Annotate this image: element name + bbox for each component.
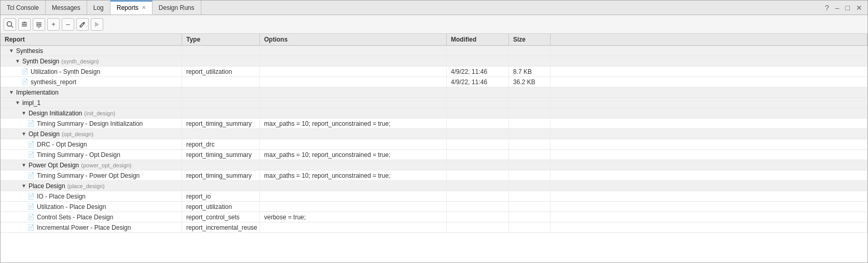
cell-extra: [550, 56, 867, 66]
col-header-extra: [550, 34, 867, 45]
cell-extra: [550, 46, 867, 56]
cell-options: [260, 160, 447, 170]
table-row[interactable]: ▼Opt Design(opt_design): [1, 129, 867, 139]
cell-report-name: ▼Synthesis: [1, 46, 182, 56]
col-header-options: Options: [260, 34, 447, 45]
cell-size: [509, 46, 550, 56]
file-icon: 📄: [27, 193, 35, 200]
expand-all-button[interactable]: [33, 18, 45, 31]
table-row[interactable]: 📄Utilization - Place Designreport_utiliz…: [1, 202, 867, 212]
tab-design-runs[interactable]: Design Runs: [153, 1, 201, 15]
tab-reports-close[interactable]: ✕: [142, 5, 146, 10]
group-sub-label: (place_design): [67, 183, 105, 189]
run-icon: [93, 21, 101, 28]
help-button[interactable]: ?: [823, 3, 831, 13]
collapse-all-button[interactable]: [18, 18, 31, 31]
tab-messages[interactable]: Messages: [46, 1, 87, 15]
cell-options: max_paths = 10; report_unconstrained = t…: [260, 150, 447, 160]
file-icon: 📄: [21, 68, 29, 75]
svg-marker-9: [95, 22, 99, 27]
table-row[interactable]: ▼Synthesis: [1, 46, 867, 56]
file-label: Utilization - Synth Design: [31, 68, 100, 75]
cell-type: [182, 160, 260, 170]
restore-button[interactable]: □: [844, 3, 852, 13]
cell-size: [509, 87, 550, 97]
tab-bar: Tcl Console Messages Log Reports ✕ Desig…: [1, 1, 867, 15]
table-row[interactable]: ▼Design Initialization(init_design): [1, 108, 867, 119]
col-header-size: Size: [509, 34, 550, 45]
table-row[interactable]: 📄synthesis_report4/9/22, 11:4636.2 KB: [1, 77, 867, 87]
table-row[interactable]: 📄Timing Summary - Design Initializationr…: [1, 119, 867, 129]
edit-button[interactable]: [76, 18, 89, 31]
cell-extra: [550, 170, 867, 180]
cell-options: [260, 67, 447, 76]
minimize-button[interactable]: –: [833, 3, 842, 13]
main-window: Tcl Console Messages Log Reports ✕ Desig…: [0, 0, 868, 263]
group-sub-label: (init_design): [84, 110, 115, 116]
cell-extra: [550, 212, 867, 222]
cell-type: [182, 56, 260, 66]
table-row[interactable]: 📄Timing Summary - Opt Designreport_timin…: [1, 150, 867, 160]
expand-icon[interactable]: ▼: [21, 162, 26, 168]
cell-size: [509, 160, 550, 170]
cell-size: [509, 129, 550, 139]
close-button[interactable]: ✕: [854, 3, 864, 13]
cell-report-name: 📄Incremental Power - Place Design: [1, 222, 182, 232]
search-button[interactable]: [4, 18, 16, 31]
cell-options: [260, 181, 447, 191]
expand-icon[interactable]: ▼: [21, 110, 26, 116]
cell-modified: [447, 87, 509, 97]
file-label: Timing Summary - Power Opt Design: [37, 172, 140, 179]
table-row[interactable]: 📄Timing Summary - Power Opt Designreport…: [1, 170, 867, 181]
table-row[interactable]: ▼impl_1: [1, 98, 867, 108]
table-row[interactable]: 📄Control Sets - Place Designreport_contr…: [1, 212, 867, 222]
cell-extra: [550, 202, 867, 212]
cell-type: report_timing_summary: [182, 150, 260, 160]
table-row[interactable]: 📄IO - Place Designreport_io: [1, 191, 867, 202]
cell-modified: [447, 139, 509, 149]
file-label: Timing Summary - Design Initialization: [37, 120, 143, 127]
table-row[interactable]: ▼Synth Design(synth_design): [1, 56, 867, 67]
toolbar: + –: [1, 15, 867, 34]
cell-report-name: ▼Power Opt Design(power_opt_design): [1, 160, 182, 170]
table-row[interactable]: ▼Power Opt Design(power_opt_design): [1, 160, 867, 170]
file-label: Control Sets - Place Design: [37, 214, 113, 221]
run-button[interactable]: [91, 18, 103, 31]
table-row[interactable]: 📄Incremental Power - Place Designreport_…: [1, 222, 867, 233]
cell-report-name: 📄Timing Summary - Design Initialization: [1, 119, 182, 128]
tab-tcl-console[interactable]: Tcl Console: [1, 1, 46, 15]
table-row[interactable]: ▼Place Design(place_design): [1, 181, 867, 191]
remove-button[interactable]: –: [62, 18, 74, 31]
cell-type: [182, 87, 260, 97]
file-label: DRC - Opt Design: [37, 141, 87, 148]
cell-options: [260, 77, 447, 87]
expand-icon[interactable]: ▼: [21, 131, 26, 137]
cell-extra: [550, 181, 867, 191]
cell-extra: [550, 129, 867, 139]
table-row[interactable]: ▼Implementation: [1, 87, 867, 98]
expand-icon[interactable]: ▼: [9, 89, 14, 95]
tab-reports[interactable]: Reports ✕: [111, 1, 153, 15]
expand-icon[interactable]: ▼: [15, 58, 20, 64]
group-label: Implementation: [16, 89, 59, 96]
add-button[interactable]: +: [47, 18, 60, 31]
table-row[interactable]: 📄Utilization - Synth Designreport_utiliz…: [1, 67, 867, 77]
cell-modified: [447, 181, 509, 191]
cell-report-name: ▼Place Design(place_design): [1, 181, 182, 191]
collapse-all-icon: [21, 21, 28, 28]
expand-icon[interactable]: ▼: [15, 100, 20, 106]
file-icon: 📄: [27, 172, 35, 179]
expand-icon[interactable]: ▼: [21, 183, 26, 189]
column-headers: Report Type Options Modified Size: [1, 34, 867, 46]
tab-log[interactable]: Log: [87, 1, 111, 15]
group-label: Place Design: [29, 182, 65, 190]
cell-extra: [550, 119, 867, 128]
table-row[interactable]: 📄DRC - Opt Designreport_drc: [1, 139, 867, 150]
cell-extra: [550, 150, 867, 160]
cell-modified: [447, 129, 509, 139]
reports-table-container[interactable]: Report Type Options Modified Size ▼Synth…: [1, 34, 867, 262]
svg-point-0: [7, 21, 12, 26]
cell-type: report_io: [182, 191, 260, 201]
cell-options: [260, 108, 447, 118]
expand-icon[interactable]: ▼: [9, 48, 14, 54]
